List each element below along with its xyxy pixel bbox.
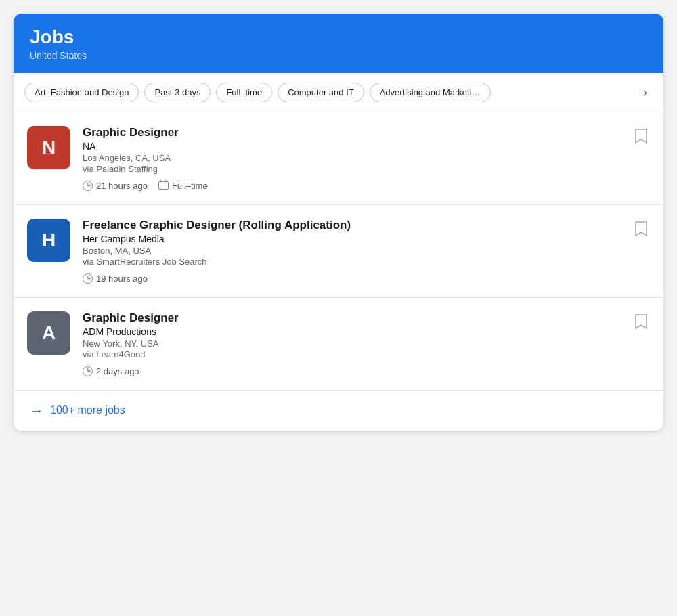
clock-icon-3 (83, 366, 93, 376)
chip-computer-it[interactable]: Computer and IT (278, 83, 364, 102)
job-logo-2: H (27, 219, 70, 262)
bookmark-icon-3 (635, 314, 647, 329)
job-location-2: Boston, MA, USA (83, 246, 650, 256)
bookmark-button-1[interactable] (632, 126, 650, 148)
job-meta-1: 21 hours ago Full–time (83, 181, 650, 191)
job-posted-3: 2 days ago (83, 366, 139, 376)
job-company-1: NA (83, 141, 650, 152)
job-logo-1: N (27, 126, 70, 169)
job-posted-1: 21 hours ago (83, 181, 148, 191)
job-posted-2: 19 hours ago (83, 273, 148, 284)
clock-icon-2 (83, 273, 93, 284)
job-title-3: Graphic Designer (83, 311, 650, 325)
bookmark-icon-2 (635, 221, 647, 236)
header: Jobs United States (14, 14, 663, 73)
job-list: N Graphic Designer NA Los Angeles, CA, U… (14, 112, 663, 391)
briefcase-icon-1 (158, 181, 169, 190)
job-location-3: New York, NY, USA (83, 338, 650, 349)
more-jobs-row[interactable]: → 100+ more jobs (14, 391, 663, 431)
job-via-2: via SmartRecruiters Job Search (83, 257, 650, 267)
job-meta-3: 2 days ago (83, 366, 650, 376)
filters-chevron-right[interactable]: › (638, 83, 653, 102)
job-type-1: Full–time (158, 181, 208, 191)
job-info-2: Freelance Graphic Designer (Rolling Appl… (83, 219, 650, 284)
header-subtitle: United States (30, 50, 647, 61)
job-title-2: Freelance Graphic Designer (Rolling Appl… (83, 219, 650, 232)
chip-past-3-days[interactable]: Past 3 days (144, 83, 211, 102)
job-info-1: Graphic Designer NA Los Angeles, CA, USA… (83, 126, 650, 191)
jobs-card: Jobs United States Art, Fashion and Desi… (14, 14, 663, 431)
bookmark-icon-1 (635, 129, 647, 144)
job-item-2[interactable]: H Freelance Graphic Designer (Rolling Ap… (14, 205, 663, 298)
bookmark-button-3[interactable] (632, 311, 650, 334)
job-company-2: Her Campus Media (83, 234, 650, 244)
job-logo-3: A (27, 311, 70, 355)
filters-row: Art, Fashion and Design Past 3 days Full… (14, 73, 663, 112)
job-title-1: Graphic Designer (83, 126, 650, 139)
job-item-1[interactable]: N Graphic Designer NA Los Angeles, CA, U… (14, 112, 663, 205)
job-meta-2: 19 hours ago (83, 273, 650, 284)
job-location-1: Los Angeles, CA, USA (83, 153, 650, 163)
job-via-1: via Paladin Staffing (83, 164, 650, 174)
chip-full-time[interactable]: Full–time (216, 83, 272, 102)
more-jobs-arrow: → (30, 403, 43, 418)
job-info-3: Graphic Designer ADM Productions New Yor… (83, 311, 650, 376)
bookmark-button-2[interactable] (632, 219, 650, 241)
job-via-3: via Learn4Good (83, 349, 650, 359)
more-jobs-text: 100+ more jobs (50, 404, 125, 416)
chip-advertising[interactable]: Advertising and Marketi… (370, 83, 491, 102)
job-item-3[interactable]: A Graphic Designer ADM Productions New Y… (14, 298, 663, 391)
chip-art-fashion[interactable]: Art, Fashion and Design (24, 83, 139, 102)
header-title: Jobs (30, 26, 647, 49)
job-company-3: ADM Productions (83, 326, 650, 337)
clock-icon-1 (83, 181, 93, 191)
